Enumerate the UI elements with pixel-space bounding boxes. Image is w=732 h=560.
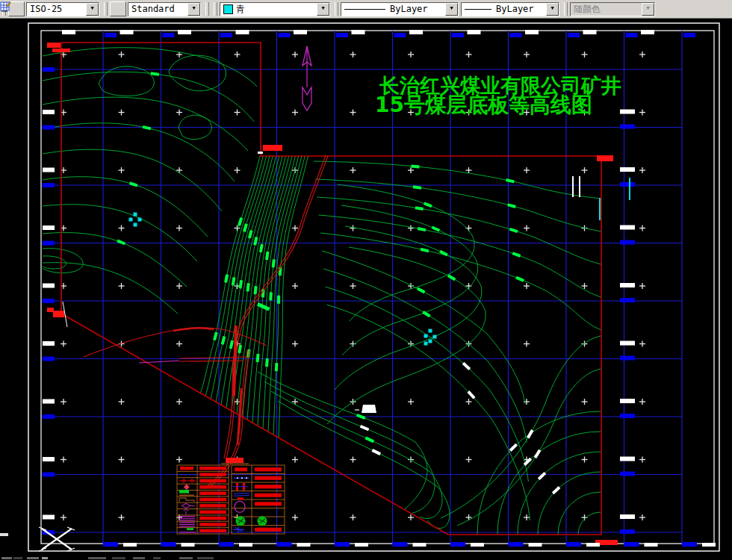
toolbar-grip[interactable]: [564, 2, 568, 16]
table-style-value: Standard: [131, 4, 186, 14]
lineweight-sample-line: [465, 9, 491, 10]
dim-style-value: ISO-25: [30, 4, 84, 14]
drawing-canvas[interactable]: 长治红兴煤业有限公司矿井 15号煤层底板等高线图: [0, 0, 732, 560]
table-style-combobox[interactable]: Standard ▼: [128, 2, 201, 16]
statusbar-clipped-text: [1, 557, 214, 559]
lineweight-combobox[interactable]: ByLayer ▼: [461, 2, 559, 16]
lineweight-value: ByLayer: [496, 4, 545, 14]
plot-style-combobox: 随颜色 ▼: [570, 2, 655, 16]
contour-lines: [43, 48, 601, 535]
drawing-title-line2: 15号煤层底板等高线图: [375, 93, 592, 117]
chevron-down-icon[interactable]: ▼: [187, 3, 200, 16]
color-swatch: [223, 4, 233, 14]
fault-lines: [63, 155, 328, 488]
toolbar-grip[interactable]: [335, 2, 338, 16]
color-combobox[interactable]: 青 ▼: [220, 2, 330, 16]
chevron-down-icon[interactable]: ▼: [86, 3, 99, 16]
color-value: 青: [236, 3, 315, 16]
dim-style-combobox[interactable]: ISO-25 ▼: [26, 2, 99, 16]
legend-table: [177, 458, 285, 534]
north-arrow: [303, 46, 311, 111]
table-style-icon: [0, 0, 12, 12]
styles-properties-toolbar: ISO-25 ▼ Standard ▼ 青 ▼ ByLayer ▼ ByLaye…: [0, 0, 732, 19]
plot-style-value: 随颜色: [574, 3, 640, 16]
chevron-down-icon[interactable]: ▼: [546, 3, 559, 16]
chevron-down-icon[interactable]: ▼: [317, 3, 329, 16]
linetype-sample-line: [344, 9, 385, 10]
ucs-icon: [0, 527, 75, 551]
chevron-down-icon: ▼: [642, 3, 654, 16]
mine-boundary: [47, 43, 618, 545]
table-style-button[interactable]: [110, 1, 126, 16]
grid-cross-marks: [61, 52, 645, 520]
chevron-down-icon[interactable]: ▼: [445, 3, 458, 16]
linetype-combobox[interactable]: ByLayer ▼: [341, 2, 459, 16]
toolbar-grip[interactable]: [214, 2, 217, 16]
toolbar-grip[interactable]: [205, 2, 209, 16]
linetype-value: ByLayer: [390, 4, 444, 14]
toolbar-grip[interactable]: [104, 2, 108, 16]
